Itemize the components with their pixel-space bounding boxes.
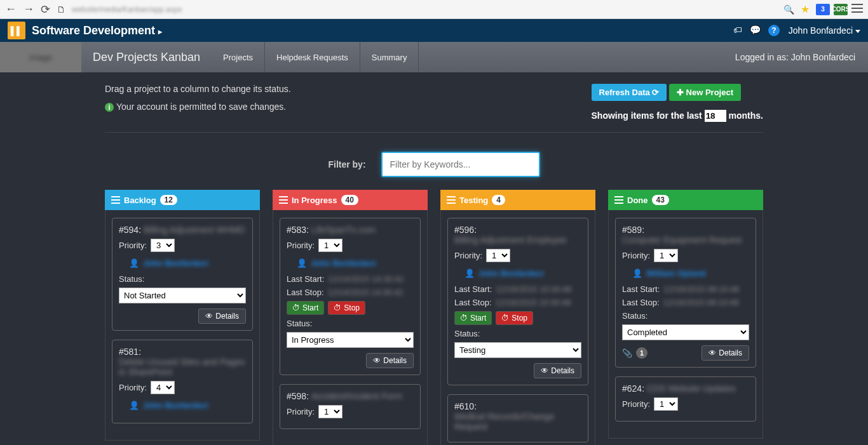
stop-button[interactable]: ⏱ Stop	[496, 311, 533, 325]
priority-select[interactable]: 1	[654, 397, 678, 411]
count-badge: 43	[652, 195, 669, 205]
card-title: #596: Billing Adjustment Employee	[454, 225, 581, 245]
card[interactable]: #610: Medical Records/Change Request	[447, 394, 588, 442]
details-button[interactable]: 👁 Details	[534, 363, 581, 378]
address-bar[interactable]: website/media/Kanban/app.aspx	[72, 5, 777, 14]
priority-label: Priority:	[454, 251, 482, 260]
extensions: 3 CORS	[816, 4, 863, 15]
priority-select[interactable]: 1	[486, 249, 510, 262]
card-title: #598: Accident/Incident Form	[287, 391, 414, 401]
priority-select[interactable]: 3	[151, 239, 175, 252]
priority-label: Priority:	[287, 241, 315, 250]
chat-icon[interactable]: 💬	[750, 25, 761, 36]
priority-label: Priority:	[622, 251, 650, 260]
browser-menu-icon[interactable]	[851, 4, 863, 13]
card[interactable]: #583: LifeSpanTx.com Priority: 1 👤John B…	[280, 218, 421, 375]
status-label: Status:	[119, 274, 144, 284]
details-button[interactable]: 👁 Details	[702, 345, 749, 361]
column-header-in-progress: In Progress 40	[273, 190, 428, 210]
site-title: Software Development ▸	[32, 24, 162, 37]
reload-button[interactable]: ⟳	[41, 3, 50, 17]
status-label: Status:	[287, 319, 312, 328]
permission-text: iYour account is permitted to save chang…	[105, 102, 291, 112]
card[interactable]: #589: Computer Equipment Request Priorit…	[615, 218, 756, 368]
details-button[interactable]: 👁 Details	[366, 353, 414, 368]
list-icon	[111, 196, 120, 204]
card-title: #624: CDS Website Updates	[622, 383, 749, 394]
status-select[interactable]: Completed	[622, 324, 749, 340]
details-button[interactable]: 👁 Details	[198, 309, 246, 324]
status-select[interactable]: Testing	[454, 342, 581, 358]
help-icon[interactable]: ?	[768, 25, 780, 36]
status-label: Status:	[454, 329, 480, 338]
start-button[interactable]: ⏱ Start	[454, 311, 492, 325]
zoom-icon[interactable]: 🔍	[783, 4, 794, 15]
brand-icon[interactable]: ▌▌	[8, 22, 25, 39]
column-header-done: Done 43	[608, 190, 763, 210]
showing-text: Showing items for the last months.	[592, 110, 763, 122]
last-start-value: 12/18/2015 08:10:48	[663, 284, 739, 294]
bookmark-star-icon[interactable]: ★	[801, 3, 810, 15]
card-title: #594: Billing Adjustment WHMD	[119, 225, 246, 235]
months-input[interactable]	[705, 110, 726, 122]
last-start-label: Last Start:	[454, 284, 492, 294]
status-select[interactable]: In Progress	[287, 332, 414, 348]
tab-helpdesk[interactable]: Helpdesk Requests	[265, 42, 360, 72]
filter-label: Filter by:	[328, 159, 365, 169]
column-header-backlog: Backlog 12	[105, 190, 260, 210]
new-project-button[interactable]: ✚ New Project	[669, 84, 741, 101]
assignee[interactable]: 👤John Bonfardeci	[129, 258, 246, 268]
column-in-progress: In Progress 40 #583: LifeSpanTx.com Prio…	[273, 190, 428, 445]
tab-projects[interactable]: Projects	[212, 42, 265, 72]
column-testing: Testing 4 #596: Billing Adjustment Emplo…	[440, 190, 595, 445]
priority-label: Priority:	[119, 383, 147, 392]
card-title: #581: Delete Unused Sites and Pages in S…	[119, 347, 246, 377]
card[interactable]: #581: Delete Unused Sites and Pages in S…	[112, 340, 253, 423]
back-button[interactable]: ←	[5, 3, 17, 16]
stop-button[interactable]: ⏱ Stop	[328, 301, 365, 315]
site-header: ▌▌ Software Development ▸ 🏷 💬 ? John Bon…	[0, 19, 868, 42]
cors-extension-icon[interactable]: CORS	[834, 4, 848, 15]
filter-row: Filter by:	[105, 152, 763, 177]
refresh-data-button[interactable]: Refresh Data ⟳	[592, 84, 667, 101]
assignee[interactable]: 👤John Bonfardeci	[129, 401, 246, 410]
person-icon: 👤	[465, 269, 475, 278]
attachment-count: 1	[636, 347, 648, 359]
status-label: Status:	[622, 311, 648, 321]
browser-toolbar: ← → ⟳ 🗋 website/media/Kanban/app.aspx 🔍 …	[0, 0, 868, 19]
tag-icon[interactable]: 🏷	[733, 25, 742, 36]
column-header-testing: Testing 4	[440, 190, 595, 210]
last-stop-label: Last Stop:	[622, 298, 660, 307]
count-badge: 4	[492, 195, 505, 205]
last-start-value: 12/18/2015 10:30:48	[496, 284, 571, 294]
css3-extension-icon[interactable]: 3	[816, 4, 830, 15]
card[interactable]: #596: Billing Adjustment Employee Priori…	[447, 218, 588, 385]
card[interactable]: #594: Billing Adjustment WHMD Priority: …	[112, 218, 253, 331]
attachment-icon[interactable]: 📎	[622, 349, 632, 358]
card[interactable]: #598: Accident/Incident Form Priority: 1	[280, 384, 421, 429]
assignee[interactable]: 👤William Opland	[632, 269, 749, 278]
forward-button[interactable]: →	[23, 3, 34, 16]
priority-select[interactable]: 1	[318, 239, 342, 252]
column-done: Done 43 #589: Computer Equipment Request…	[608, 190, 763, 445]
last-stop-label: Last Stop:	[454, 298, 492, 307]
assignee[interactable]: 👤John Bonfardeci	[465, 269, 581, 278]
start-button[interactable]: ⏱ Start	[287, 301, 324, 315]
logged-in-as: Logged in as: John Bonfardeci	[735, 52, 868, 62]
list-icon	[614, 196, 623, 204]
assignee[interactable]: 👤John Bonfardeci	[297, 258, 414, 268]
column-backlog: Backlog 12 #594: Billing Adjustment WHMD…	[105, 190, 260, 445]
user-menu[interactable]: John Bonfardeci	[789, 25, 860, 36]
priority-select[interactable]: 4	[151, 381, 175, 394]
card[interactable]: #624: CDS Website Updates Priority: 1	[615, 376, 756, 422]
card-title: #610: Medical Records/Change Request	[454, 401, 581, 432]
priority-select[interactable]: 1	[318, 405, 342, 418]
priority-select[interactable]: 1	[654, 249, 678, 262]
status-select[interactable]: Not Started	[119, 288, 246, 303]
filter-input[interactable]	[381, 152, 540, 177]
tab-summary[interactable]: Summary	[360, 42, 419, 72]
last-stop-value: 12/14/2015 14:30:42	[328, 288, 403, 297]
card-title: #583: LifeSpanTx.com	[287, 225, 414, 235]
card-title: #589: Computer Equipment Request	[622, 225, 749, 245]
priority-label: Priority:	[119, 241, 147, 250]
